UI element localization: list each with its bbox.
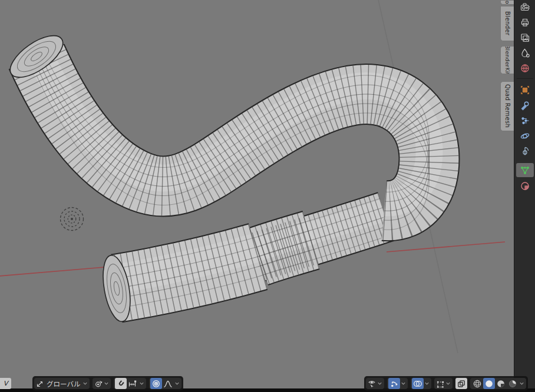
sidebar-tab-label: o [504, 1, 510, 4]
show-gizmo-toggle[interactable] [388, 378, 400, 389]
chevron-down-icon[interactable] [519, 378, 525, 389]
snap-target-button[interactable] [127, 378, 138, 389]
layers-icon [520, 32, 530, 43]
3d-viewport[interactable] [0, 0, 535, 392]
viewport-header-right [364, 376, 528, 391]
sidebar-tab-label: BlenderKit [504, 46, 510, 74]
snapping-controls [114, 378, 146, 389]
gizmo-icon [389, 379, 399, 388]
truncated-mode-button[interactable]: V [0, 378, 11, 389]
object-data-properties-tab[interactable] [516, 163, 534, 177]
edit-mode-vertices-icon [435, 379, 445, 388]
printer-icon [520, 17, 530, 28]
chevron-down-icon[interactable] [174, 378, 180, 389]
solid-sphere-icon [484, 379, 494, 388]
show-gizmo-controls [387, 378, 408, 389]
mesh-data-icon [520, 165, 530, 175]
viewport-shading-controls [470, 378, 526, 389]
mesh-edit-overlays-dropdown[interactable] [434, 378, 453, 389]
rail-separator [517, 78, 533, 79]
output-properties-tab[interactable] [516, 15, 534, 29]
orientation-gizmo-icon [35, 379, 45, 388]
wrench-icon [520, 100, 530, 111]
chevron-down-icon [103, 378, 110, 389]
object-icon [520, 85, 530, 95]
viewport-header-left: グローバル [32, 376, 183, 391]
sidebar-tab-blender[interactable]: Blender [500, 6, 514, 41]
view-layer-properties-tab[interactable] [516, 31, 534, 45]
concentric-circles-icon [151, 379, 161, 388]
sidebar-tab-quad-remesh[interactable]: Quad Remesh [500, 81, 514, 131]
xray-icon [457, 379, 466, 388]
scene-icon [520, 48, 530, 58]
physics-orbit-icon [520, 131, 530, 141]
constraint-properties-tab[interactable] [516, 144, 534, 158]
smooth-falloff-icon [163, 379, 173, 388]
constraint-icon [520, 146, 530, 157]
object-properties-tab[interactable] [516, 83, 534, 97]
sidebar-tab-truncated[interactable]: o [500, 0, 514, 5]
object-visibility-dropdown[interactable] [366, 378, 384, 389]
material-properties-tab[interactable] [516, 179, 534, 193]
magnet-icon [117, 379, 126, 388]
chevron-down-icon[interactable] [400, 378, 407, 389]
chevron-down-icon[interactable] [138, 378, 145, 389]
physics-properties-tab[interactable] [516, 129, 534, 143]
overlays-icon [413, 379, 422, 388]
proportional-editing-controls [149, 378, 181, 389]
rendered-sphere-icon [508, 379, 517, 388]
sidebar-tab-blenderkit[interactable]: BlenderKit [500, 46, 514, 74]
transform-orientation-dropdown[interactable]: グローバル [34, 378, 90, 389]
xray-toggle[interactable] [455, 378, 467, 389]
chevron-down-icon [445, 378, 451, 389]
pivot-point-icon [94, 379, 103, 388]
chevron-down-icon[interactable] [424, 378, 430, 389]
render-properties-tab[interactable] [516, 0, 534, 14]
pivot-point-dropdown[interactable] [93, 378, 111, 389]
sidebar-tab-label: Quad Remesh [504, 84, 511, 128]
render-icon [520, 2, 530, 12]
world-globe-icon [520, 63, 530, 74]
particles-icon [520, 115, 530, 126]
world-properties-tab[interactable] [516, 61, 534, 75]
truncated-mode-label: V [4, 380, 8, 387]
shading-wireframe-button[interactable] [471, 378, 483, 389]
scene-properties-tab[interactable] [516, 46, 534, 60]
modifier-properties-tab[interactable] [516, 98, 534, 112]
light-object-gizmo[interactable] [61, 208, 84, 231]
proportional-editing-toggle[interactable] [150, 378, 162, 389]
properties-tab-rail [514, 0, 535, 392]
shading-solid-button[interactable] [483, 378, 495, 389]
blender-window: o Blender BlenderKit Quad Remesh [0, 0, 535, 392]
tube-mesh-lower[interactable] [98, 197, 386, 324]
chevron-down-icon [377, 378, 383, 389]
particle-properties-tab[interactable] [516, 114, 534, 128]
material-sphere-icon [520, 181, 530, 191]
sidebar-tab-label: Blender [504, 11, 511, 36]
shading-material-button[interactable] [495, 378, 507, 389]
snap-magnet-toggle[interactable] [115, 378, 127, 389]
material-preview-sphere-icon [496, 379, 506, 388]
show-overlays-controls [411, 378, 431, 389]
wireframe-sphere-icon [473, 379, 482, 388]
show-overlays-toggle[interactable] [412, 378, 424, 389]
orientation-label: グローバル [45, 379, 82, 388]
chevron-down-icon [82, 378, 88, 389]
eye-cursor-icon [367, 379, 377, 388]
snap-increment-icon [128, 379, 137, 388]
shading-rendered-button[interactable] [507, 378, 519, 389]
proportional-falloff-button[interactable] [162, 378, 174, 389]
